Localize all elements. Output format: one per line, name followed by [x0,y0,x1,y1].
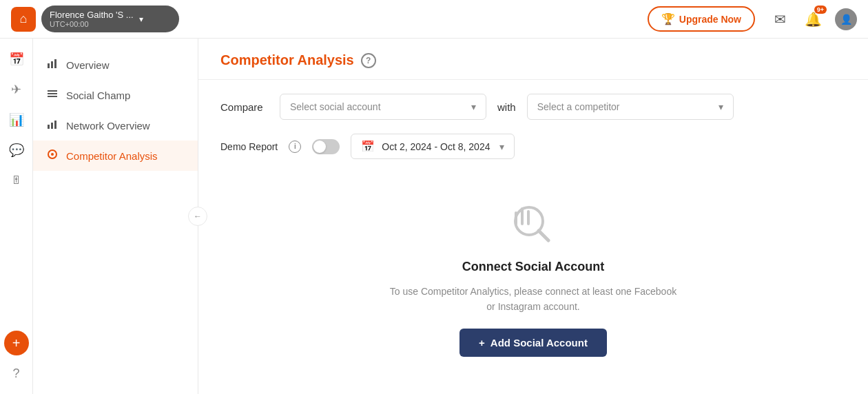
workspace-selector[interactable]: Florence Gaitho 'S ... UTC+00:00 ▾ [41,6,179,32]
chat-icon: 💬 [9,143,24,158]
nav-help[interactable]: ? [4,361,29,386]
nav-add[interactable]: + [4,331,29,355]
nav-send[interactable]: ✈ [4,77,29,102]
upgrade-label: Upgrade Now [679,14,741,25]
calendar-icon: 📅 [361,140,375,153]
sidebar-item-label-network-overview: Network Overview [66,120,150,132]
sidebar-item-network-overview[interactable]: Network Overview [33,110,198,141]
competitor-chevron-icon: ▾ [719,101,723,112]
demo-report-row: Demo Report i 📅 Oct 2, 2024 - Oct 8, 202… [198,134,868,173]
help-icon: ? [12,366,19,381]
avatar-icon: 👤 [840,14,852,25]
send-icon: ✈ [11,82,21,97]
svg-rect-2 [54,59,56,68]
date-range-picker[interactable]: 📅 Oct 2, 2024 - Oct 8, 2024 ▾ [351,134,515,159]
svg-rect-7 [51,123,53,129]
social-account-chevron-icon: ▾ [471,101,476,112]
plus-icon: + [12,335,21,351]
network-icon [47,118,58,132]
analytics-icon: 📊 [9,112,24,127]
empty-state: Connect Social Account To use Competitor… [198,173,868,394]
workspace-name: Florence Gaitho 'S ... [50,10,134,20]
sidebar-item-label-social-champ: Social Champ [66,90,130,101]
svg-rect-14 [527,210,530,225]
social-account-placeholder: Select social account [290,101,381,112]
add-social-account-label: Add Social Account [490,337,588,349]
calendar-icon: 📅 [9,52,24,67]
sidebar-item-competitor-analysis[interactable]: Competitor Analysis [33,141,198,171]
sidebar-item-label-overview: Overview [66,59,110,71]
social-champ-icon [47,88,58,102]
nav-streams[interactable]: 🎚 [4,168,29,193]
message-icon: ✉ [774,11,786,28]
main-content: Competitor Analysis ? Compare Select soc… [198,39,868,394]
add-social-account-button[interactable]: + Add Social Account [459,329,607,357]
demo-report-info-icon[interactable]: i [289,141,301,153]
compare-label: Compare [220,101,269,113]
sidebar-item-label-competitor-analysis: Competitor Analysis [66,150,158,162]
messages-button[interactable]: ✉ [769,8,791,30]
demo-report-toggle[interactable] [312,139,340,154]
upgrade-button[interactable]: 🏆 Upgrade Now [648,6,755,32]
nav-calendar[interactable]: 📅 [4,47,29,72]
icon-nav: 📅 ✈ 📊 💬 🎚 + ? [0,39,33,394]
workspace-timezone: UTC+00:00 [50,20,134,28]
svg-rect-4 [48,93,57,94]
info-label: i [294,143,296,150]
svg-point-10 [51,153,54,156]
empty-state-title: Connect Social Account [462,260,604,274]
workspace-info: Florence Gaitho 'S ... UTC+00:00 [50,10,134,28]
demo-report-label: Demo Report [220,141,278,152]
header-icons: ✉ 🔔 9+ 👤 [769,8,857,30]
main-body: 📅 ✈ 📊 💬 🎚 + ? Overview [0,39,868,394]
top-header: ⌂ Florence Gaitho 'S ... UTC+00:00 ▾ 🏆 U… [0,0,868,39]
overview-icon [47,58,58,72]
date-chevron-icon: ▾ [499,141,504,152]
social-account-dropdown[interactable]: Select social account ▾ [280,94,486,120]
svg-rect-8 [54,121,56,129]
svg-rect-6 [48,125,50,129]
streams-icon: 🎚 [11,174,22,187]
svg-rect-0 [48,63,50,68]
svg-rect-3 [48,90,57,92]
notifications-button[interactable]: 🔔 9+ [802,8,824,30]
date-range-text: Oct 2, 2024 - Oct 8, 2024 [382,141,490,152]
question-mark-icon: ? [366,56,371,65]
collapse-sidebar-button[interactable]: ← [188,207,207,226]
svg-rect-12 [515,211,517,225]
svg-line-15 [539,231,548,240]
empty-state-icon [508,200,558,250]
notification-badge: 9+ [814,6,827,14]
nav-chat[interactable]: 💬 [4,138,29,163]
competitor-placeholder: Select a competitor [537,101,620,112]
content-header: Competitor Analysis ? [198,39,868,80]
trophy-icon: 🏆 [661,12,675,25]
sidebar: Overview Social Champ Network Overview C… [33,39,198,394]
page-title: Competitor Analysis [220,52,354,68]
toggle-knob [313,141,326,153]
with-label: with [497,101,516,113]
empty-state-description: To use Competitor Analytics, please conn… [389,284,678,315]
workspace-chevron-icon: ▾ [139,14,143,24]
svg-rect-1 [51,61,53,68]
svg-rect-5 [48,96,57,97]
collapse-icon: ← [194,211,202,221]
sidebar-item-overview[interactable]: Overview [33,50,198,80]
competitor-dropdown[interactable]: Select a competitor ▾ [527,94,734,120]
page-help-icon[interactable]: ? [361,53,376,68]
competitor-icon [47,149,58,163]
add-icon: + [479,337,485,349]
nav-bottom: + ? [4,331,29,386]
user-avatar[interactable]: 👤 [835,8,857,30]
compare-row: Compare Select social account ▾ with Sel… [198,80,868,134]
home-icon: ⌂ [20,12,28,26]
sidebar-item-social-champ[interactable]: Social Champ [33,80,198,110]
svg-rect-13 [521,207,524,225]
home-button[interactable]: ⌂ [11,7,36,32]
nav-analytics[interactable]: 📊 [4,107,29,132]
